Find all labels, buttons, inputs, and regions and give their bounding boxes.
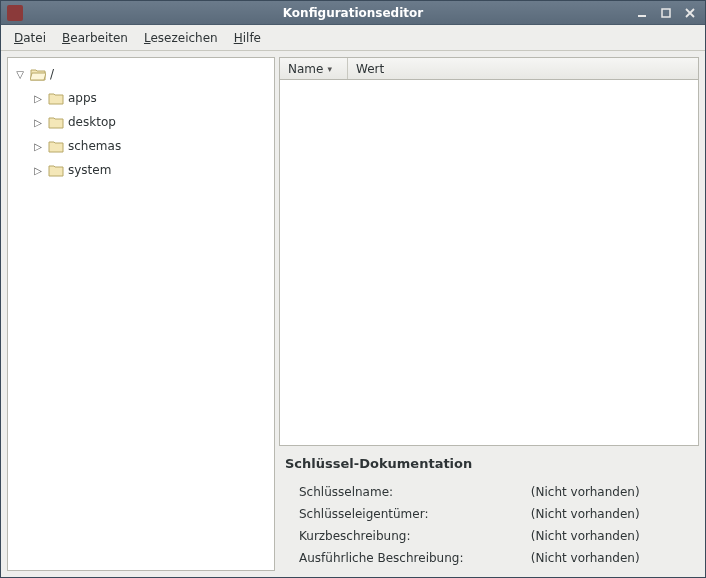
menubar: Datei Bearbeiten Lesezeichen Hilfe [1, 25, 705, 51]
menu-bookmarks[interactable]: Lesezeichen [137, 28, 225, 48]
window-controls [635, 6, 705, 20]
folder-open-icon [30, 68, 46, 81]
doc-table: Schlüsselname: (Nicht vorhanden) Schlüss… [285, 485, 693, 565]
menu-edit[interactable]: Bearbeiten [55, 28, 135, 48]
folder-icon [48, 140, 64, 153]
tree-item-schemas[interactable]: ▷ schemas [10, 134, 272, 158]
column-value[interactable]: Wert [348, 58, 698, 79]
tree-item-label: desktop [68, 115, 116, 129]
doc-value-keyowner: (Nicht vorhanden) [531, 507, 693, 521]
right-pane: Name Wert Schlüssel-Dokumentation Schlüs… [279, 57, 699, 571]
close-button[interactable] [683, 6, 697, 20]
expand-icon[interactable]: ▷ [32, 165, 44, 176]
tree-item-apps[interactable]: ▷ apps [10, 86, 272, 110]
doc-label-keyname: Schlüsselname: [299, 485, 517, 499]
tree-pane[interactable]: ▽ / ▷ apps ▷ desktop ▷ [7, 57, 275, 571]
folder-icon [48, 92, 64, 105]
menu-file[interactable]: Datei [7, 28, 53, 48]
doc-label-shortdesc: Kurzbeschreibung: [299, 529, 517, 543]
doc-label-keyowner: Schlüsseleigentümer: [299, 507, 517, 521]
tree-root-label: / [50, 67, 54, 81]
tree-root[interactable]: ▽ / [10, 62, 272, 86]
tree-item-desktop[interactable]: ▷ desktop [10, 110, 272, 134]
expand-icon[interactable]: ▷ [32, 117, 44, 128]
doc-value-shortdesc: (Nicht vorhanden) [531, 529, 693, 543]
content-area: ▽ / ▷ apps ▷ desktop ▷ [1, 51, 705, 577]
svg-rect-0 [638, 15, 646, 17]
tree-item-system[interactable]: ▷ system [10, 158, 272, 182]
doc-panel: Schlüssel-Dokumentation Schlüsselname: (… [279, 446, 699, 571]
expand-icon[interactable]: ▷ [32, 93, 44, 104]
doc-value-keyname: (Nicht vorhanden) [531, 485, 693, 499]
expand-icon[interactable]: ▷ [32, 141, 44, 152]
collapse-icon[interactable]: ▽ [14, 69, 26, 80]
column-name[interactable]: Name [280, 58, 348, 79]
folder-icon [48, 164, 64, 177]
tree-item-label: apps [68, 91, 97, 105]
list-body[interactable] [279, 79, 699, 446]
tree-item-label: schemas [68, 139, 121, 153]
app-icon [7, 5, 23, 21]
window-title: Konfigurationseditor [1, 6, 705, 20]
svg-rect-1 [662, 9, 670, 17]
titlebar[interactable]: Konfigurationseditor [1, 1, 705, 25]
minimize-button[interactable] [635, 6, 649, 20]
menu-help[interactable]: Hilfe [227, 28, 268, 48]
doc-value-longdesc: (Nicht vorhanden) [531, 551, 693, 565]
doc-heading: Schlüssel-Dokumentation [285, 456, 693, 471]
list-header: Name Wert [279, 57, 699, 79]
window: Konfigurationseditor Datei Bearbeiten Le… [0, 0, 706, 578]
folder-icon [48, 116, 64, 129]
doc-label-longdesc: Ausführliche Beschreibung: [299, 551, 517, 565]
tree-item-label: system [68, 163, 111, 177]
maximize-button[interactable] [659, 6, 673, 20]
